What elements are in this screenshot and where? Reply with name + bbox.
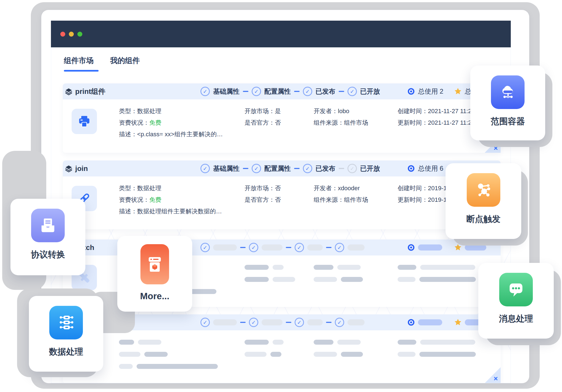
data-mapping-icon bbox=[49, 306, 83, 339]
skeleton-pill bbox=[307, 244, 323, 251]
check-circle-pending-icon bbox=[347, 164, 357, 173]
step-label: 已开放 bbox=[360, 164, 380, 173]
tab-bar: 组件市场 我的组件 bbox=[64, 56, 140, 72]
skeleton-pill bbox=[213, 244, 237, 251]
float-card-label: 数据处理 bbox=[49, 346, 83, 358]
step-label: 已发布 bbox=[316, 87, 335, 96]
field-type: 类型：数据处理 bbox=[119, 184, 161, 192]
check-circle-icon bbox=[200, 243, 210, 252]
skeleton-row bbox=[119, 340, 161, 345]
skeleton-row bbox=[398, 352, 476, 357]
float-card-data-processing[interactable]: 数据处理 bbox=[29, 296, 103, 372]
window-titlebar bbox=[51, 21, 511, 47]
float-card-label: 范围容器 bbox=[491, 116, 525, 127]
card-title: join bbox=[75, 164, 88, 173]
skeleton-row bbox=[314, 265, 361, 270]
step-label: 基础属性 bbox=[213, 87, 240, 96]
card-corner-triangle bbox=[485, 367, 501, 383]
step-connector bbox=[240, 247, 246, 248]
step-label: 配置属性 bbox=[264, 164, 291, 173]
float-card-more[interactable]: More... bbox=[117, 236, 192, 312]
views-icon bbox=[407, 318, 415, 326]
step-connector bbox=[294, 168, 300, 169]
skeleton-pill bbox=[307, 319, 323, 325]
star-icon bbox=[454, 318, 462, 326]
field-developer: 开发者：xdooder bbox=[314, 184, 360, 192]
float-card-scope-container[interactable]: 范围容器 bbox=[470, 66, 545, 140]
field-updated: 更新时间：2019-1 bbox=[398, 196, 447, 204]
step-connector bbox=[294, 91, 300, 92]
tab-component-market[interactable]: 组件市场 bbox=[64, 56, 94, 72]
card-body: 类型：数据处理 资费状况：免费 描述：数据处理组件主要解决数据的… 开放市场：否… bbox=[63, 176, 501, 229]
skeleton-pill bbox=[262, 244, 283, 251]
skeleton-pill bbox=[347, 244, 365, 251]
check-circle-icon bbox=[335, 243, 344, 252]
layers-icon bbox=[65, 165, 72, 172]
card-title-group: join bbox=[65, 160, 88, 176]
check-circle-icon bbox=[249, 243, 258, 252]
check-circle-icon bbox=[252, 164, 261, 173]
usage-counter: 总使用 6 bbox=[407, 160, 443, 176]
step-connector bbox=[339, 91, 344, 92]
step-label: 已发布 bbox=[316, 164, 335, 173]
traffic-lights bbox=[60, 32, 82, 37]
usage-text: 总使用 6 bbox=[418, 164, 443, 173]
skeleton-row bbox=[245, 352, 281, 357]
skeleton-row bbox=[314, 277, 363, 282]
card-header: join 基础属性 配置属性 已发布 已开放 bbox=[63, 160, 501, 176]
skeleton-pill bbox=[262, 319, 283, 325]
check-circle-icon bbox=[200, 318, 210, 327]
field-market: 开放市场：否 bbox=[245, 184, 281, 192]
float-card-message-processing[interactable]: 消息处理 bbox=[478, 263, 554, 339]
views-icon bbox=[407, 243, 415, 252]
skeleton-row bbox=[398, 277, 476, 282]
status-steps-skeleton bbox=[200, 239, 365, 255]
screenshot-stage: 组件市场 我的组件 print组件 基础 bbox=[0, 0, 562, 392]
skeleton-row bbox=[314, 352, 363, 357]
inbox-document-icon bbox=[31, 209, 65, 242]
field-created: 创建时间：2019-1 bbox=[398, 184, 447, 192]
store-icon bbox=[140, 244, 169, 284]
check-circle-icon bbox=[295, 243, 304, 252]
float-card-label: 协议转换 bbox=[31, 249, 65, 260]
minimize-window-icon[interactable] bbox=[69, 32, 74, 37]
step-connector bbox=[240, 322, 246, 323]
field-source: 组件来源：组件市场 bbox=[314, 119, 368, 127]
card-body: 类型：数据处理 资费状况：免费 描述：<p.class= xx>组件主要解决的…… bbox=[63, 99, 501, 153]
skeleton-row bbox=[398, 340, 475, 345]
check-circle-icon bbox=[335, 318, 344, 327]
cloud-server-icon bbox=[491, 75, 525, 109]
star-icon bbox=[454, 87, 462, 96]
step-connector bbox=[286, 322, 291, 323]
skeleton-row bbox=[398, 265, 475, 270]
maximize-window-icon[interactable] bbox=[77, 32, 82, 37]
close-window-icon[interactable] bbox=[60, 32, 65, 37]
usage-counter: 总使用 2 bbox=[407, 83, 443, 99]
field-desc: 描述：数据处理组件主要解决数据的… bbox=[119, 207, 222, 216]
float-card-label: 断点触发 bbox=[466, 213, 501, 225]
views-icon bbox=[407, 164, 415, 173]
close-card-button[interactable]: × bbox=[494, 375, 498, 382]
float-card-protocol-conversion[interactable]: 协议转换 bbox=[10, 199, 85, 275]
card-header: print组件 基础属性 配置属性 已发布 已开放 bbox=[63, 83, 501, 99]
check-circle-icon bbox=[303, 164, 312, 173]
skeleton-row bbox=[119, 364, 218, 369]
tab-my-components[interactable]: 我的组件 bbox=[110, 56, 140, 72]
float-card-label: 消息处理 bbox=[499, 313, 533, 325]
skeleton-pill bbox=[213, 319, 237, 325]
views-icon bbox=[407, 87, 415, 96]
step-label: 基础属性 bbox=[213, 164, 240, 173]
status-steps-skeleton bbox=[200, 314, 365, 330]
field-official: 是否官方：否 bbox=[245, 119, 281, 127]
printer-icon bbox=[78, 115, 91, 128]
skeleton-row bbox=[119, 352, 168, 357]
check-circle-icon bbox=[252, 87, 261, 96]
float-card-breakpoint-trigger[interactable]: 断点触发 bbox=[446, 163, 521, 239]
field-source: 组件来源：组件市场 bbox=[314, 196, 368, 204]
component-card-join[interactable]: join 基础属性 配置属性 已发布 已开放 bbox=[63, 160, 501, 229]
skeleton-row bbox=[245, 277, 295, 282]
component-card-print[interactable]: print组件 基础属性 配置属性 已发布 已开放 bbox=[63, 83, 501, 153]
usage-counter-skeleton bbox=[407, 239, 442, 255]
skeleton-row bbox=[245, 265, 284, 270]
usage-counter-skeleton bbox=[407, 314, 442, 330]
